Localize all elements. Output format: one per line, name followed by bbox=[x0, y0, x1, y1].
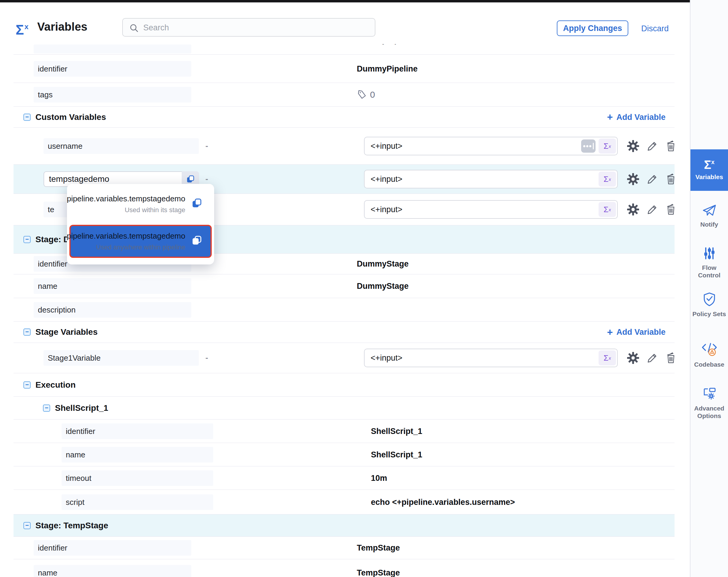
add-variable-button[interactable]: + Add Variable bbox=[607, 328, 666, 337]
field-value: DummyStage bbox=[357, 259, 409, 269]
plus-icon: + bbox=[607, 113, 613, 121]
runtime-input-icon[interactable]: Σx bbox=[599, 172, 616, 186]
collapse-icon[interactable]: − bbox=[23, 522, 31, 529]
collapse-icon[interactable]: − bbox=[23, 114, 31, 121]
panel-header: Σx Variables Apply Changes Discard bbox=[0, 2, 690, 44]
discard-button[interactable]: Discard bbox=[641, 24, 669, 33]
field-label-box: timeout bbox=[61, 470, 213, 486]
variables-sigma-icon: Σx bbox=[691, 156, 728, 171]
settings-icon[interactable] bbox=[626, 140, 640, 153]
section-header-execution: − Execution bbox=[14, 373, 675, 397]
scope-hint: Used anywhere within pipeline bbox=[96, 244, 185, 251]
variable-value-input[interactable]: <+input> Σx bbox=[364, 137, 618, 155]
expression-menu-icon[interactable] bbox=[581, 140, 596, 153]
sidebar-item-label: Variables bbox=[691, 173, 728, 181]
collapse-icon[interactable]: − bbox=[23, 328, 31, 336]
runtime-input-icon[interactable]: Σx bbox=[599, 350, 616, 366]
variable-type-dash: - bbox=[205, 353, 208, 363]
table-row-step-identifier: identifier ShellScript_1 bbox=[14, 420, 675, 443]
delete-icon[interactable] bbox=[664, 140, 678, 153]
settings-icon[interactable] bbox=[626, 203, 640, 216]
expression-copy-popup: pipeline.variables.tempstagedemo Used wi… bbox=[67, 184, 214, 265]
page-title: Variables bbox=[37, 20, 87, 33]
popup-option-pipeline-scope[interactable]: pipeline.variables.tempstagedemo Used an… bbox=[69, 225, 212, 258]
shield-check-icon bbox=[702, 292, 716, 306]
table-row-step-name: name ShellScript_1 bbox=[14, 443, 675, 467]
search-input[interactable] bbox=[142, 20, 369, 35]
top-bar bbox=[0, 0, 690, 2]
add-variable-button[interactable]: + Add Variable bbox=[607, 112, 666, 122]
section-header-shellscript1: − ShellScript_1 bbox=[14, 397, 675, 420]
scope-hint: Used within its stage bbox=[125, 206, 185, 214]
flowchart-gear-icon bbox=[702, 387, 717, 401]
delete-icon[interactable] bbox=[664, 351, 678, 365]
collapse-icon[interactable]: − bbox=[43, 404, 50, 412]
table-row-pipeline-tags: tags 0 bbox=[14, 83, 675, 107]
section-title: Stage Variables bbox=[35, 327, 98, 337]
expression-text: pipeline.variables.tempstagedemo bbox=[67, 194, 185, 203]
variables-table: DummyPipeline identifier DummyPipeline t… bbox=[14, 44, 675, 577]
code-warning-icon bbox=[701, 342, 718, 357]
field-value: DummyPipeline bbox=[357, 64, 418, 73]
copy-icon[interactable] bbox=[191, 197, 203, 209]
apply-changes-button[interactable]: Apply Changes bbox=[557, 20, 628, 36]
runtime-input-icon[interactable]: Σx bbox=[599, 139, 616, 154]
edit-icon[interactable] bbox=[646, 140, 659, 153]
variables-panel: Σx Variables Apply Changes Discard Dummy… bbox=[0, 0, 728, 577]
edit-icon[interactable] bbox=[646, 351, 659, 365]
field-value: ShellScript_1 bbox=[371, 426, 422, 436]
sidebar-item-flow-control[interactable]: Flow Control bbox=[691, 246, 728, 279]
field-value: DummyStage bbox=[357, 282, 409, 291]
paper-plane-icon bbox=[702, 204, 717, 217]
delete-icon[interactable] bbox=[664, 203, 678, 216]
field-label-box: name bbox=[34, 278, 191, 294]
field-value: echo <+pipeline.variables.username> bbox=[371, 497, 515, 507]
field-label-box bbox=[34, 45, 191, 53]
section-title: ShellScript_1 bbox=[55, 403, 108, 413]
variables-sigma-icon: Σx bbox=[16, 20, 28, 37]
section-header-custom-variables: − Custom Variables + Add Variable bbox=[14, 107, 675, 128]
field-label-box: identifier bbox=[34, 540, 191, 556]
field-label-box: identifier bbox=[34, 61, 191, 77]
sidebar-item-policy-sets[interactable]: Policy Sets bbox=[691, 292, 728, 318]
variable-value-input[interactable]: <+input> Σx bbox=[364, 349, 618, 367]
tags-count: 0 bbox=[370, 90, 375, 100]
table-row-clipped: DummyPipeline bbox=[14, 44, 675, 55]
sidebar-item-codebase[interactable]: Codebase bbox=[691, 342, 728, 368]
field-value: TempStage bbox=[357, 568, 400, 577]
section-title: Custom Variables bbox=[35, 112, 106, 122]
variable-value-input[interactable]: <+input> Σx bbox=[364, 170, 618, 189]
section-title: Stage: TempStage bbox=[35, 521, 108, 530]
settings-icon[interactable] bbox=[626, 173, 640, 186]
tags-value: 0 bbox=[357, 90, 375, 100]
field-value: ShellScript_1 bbox=[371, 450, 422, 459]
popup-option-stage-scope[interactable]: pipeline.variables.tempstagedemo Used wi… bbox=[69, 186, 212, 222]
sidebar-item-advanced-options[interactable]: Advanced Options bbox=[691, 387, 728, 420]
copy-icon[interactable] bbox=[191, 234, 203, 246]
variable-row-stage1variable: Stage1Variable - <+input> Σx bbox=[14, 343, 675, 373]
field-label-box: script bbox=[61, 494, 213, 510]
variable-name: Stage1Variable bbox=[44, 350, 199, 366]
collapse-icon[interactable]: − bbox=[23, 236, 31, 243]
runtime-input-icon[interactable]: Σx bbox=[599, 202, 616, 217]
field-label-box: tags bbox=[34, 87, 191, 102]
variable-row-username: username - <+input> Σx bbox=[14, 128, 675, 165]
table-row-tempstage-name: name TempStage bbox=[14, 559, 675, 577]
variable-value-input[interactable]: <+input> Σx bbox=[364, 200, 618, 219]
sidebar-item-notify[interactable]: Notify bbox=[691, 204, 728, 228]
sidebar-item-label: Flow Control bbox=[691, 264, 728, 279]
edit-icon[interactable] bbox=[646, 173, 659, 186]
edit-icon[interactable] bbox=[646, 203, 659, 216]
sidebar-item-label: Advanced Options bbox=[691, 404, 728, 420]
table-row-stage-name: name DummyStage bbox=[14, 274, 675, 298]
section-title: Execution bbox=[35, 380, 76, 390]
field-value: DummyPipeline bbox=[357, 44, 418, 45]
variable-name: username bbox=[44, 138, 199, 154]
delete-icon[interactable] bbox=[664, 173, 678, 186]
section-header-stage-tempstage: − Stage: TempStage bbox=[14, 515, 675, 537]
settings-icon[interactable] bbox=[626, 351, 640, 365]
collapse-icon[interactable]: − bbox=[23, 381, 31, 388]
sidebar-item-variables[interactable]: Σx Variables bbox=[691, 149, 728, 191]
sidebar-item-label: Policy Sets bbox=[691, 310, 728, 318]
search-box[interactable] bbox=[122, 18, 375, 37]
